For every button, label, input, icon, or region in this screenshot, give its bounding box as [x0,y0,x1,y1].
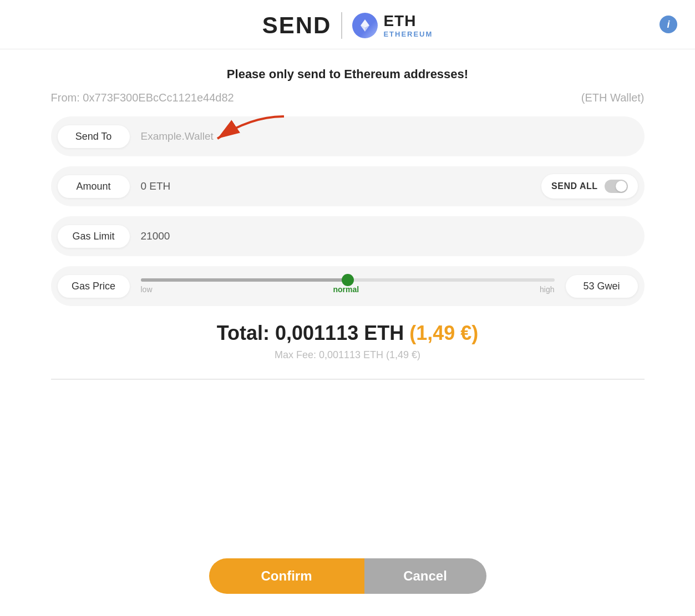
from-row: From: 0x773F300EBcCc1121e44d82 (ETH Wall… [51,91,645,104]
send-title: SEND [262,12,332,39]
info-icon[interactable]: i [660,16,677,33]
slider-track [141,278,555,282]
gas-limit-input[interactable] [130,230,638,242]
slider-high-label: high [540,285,554,294]
header-divider [341,12,342,39]
slider-normal-label: normal [333,285,359,294]
amount-label: Amount [58,175,130,198]
confirm-button[interactable]: Confirm [209,558,364,594]
slider-fill [141,278,348,282]
send-all-toggle[interactable] [605,180,628,193]
gas-limit-label: Gas Limit [58,225,130,248]
slider-labels: low normal high [135,285,560,294]
slider-low-label: low [141,285,153,294]
toggle-knob [616,181,627,192]
amount-field-row: Amount SEND ALL [51,166,645,206]
total-line: Total: 0,001113 ETH (1,49 €) [51,322,645,345]
total-section: Total: 0,001113 ETH (1,49 €) Max Fee: 0,… [51,322,645,361]
gas-limit-field-row: Gas Limit [51,216,645,256]
bottom-divider [51,379,645,380]
main-content: Please only send to Ethereum addresses! … [29,49,667,542]
gas-price-field-row: Gas Price low normal high 53 Gwei [51,266,645,306]
eth-currency-sub: ETHEREUM [383,30,433,39]
send-to-field-row: Send To [51,116,645,156]
from-address: From: 0x773F300EBcCc1121e44d82 [51,91,234,104]
total-eth-amount: 0,001113 ETH [275,322,409,344]
cancel-button[interactable]: Cancel [364,558,486,594]
eth-currency-label: ETH [383,12,433,30]
footer: Confirm Cancel [0,542,695,616]
send-to-input[interactable] [130,130,638,142]
slider-thumb[interactable] [342,274,354,286]
header: SEND ETH ETHEREUM i [0,0,695,49]
warning-text: Please only send to Ethereum addresses! [51,67,645,82]
eth-logo-icon [352,13,378,38]
total-fiat-amount: (1,49 €) [409,322,478,344]
maxfee-line: Max Fee: 0,001113 ETH (1,49 €) [51,349,645,361]
send-to-label: Send To [58,125,130,148]
gas-price-slider-area: low normal high [130,278,566,294]
amount-input[interactable] [130,180,542,192]
total-label: Total: [217,322,275,344]
send-all-label: SEND ALL [551,181,597,191]
from-wallet-label: (ETH Wallet) [581,91,645,104]
gwei-value-box: 53 Gwei [566,275,638,298]
gas-price-label: Gas Price [58,275,130,298]
send-all-area: SEND ALL [541,174,637,198]
eth-text-block: ETH ETHEREUM [383,12,433,38]
